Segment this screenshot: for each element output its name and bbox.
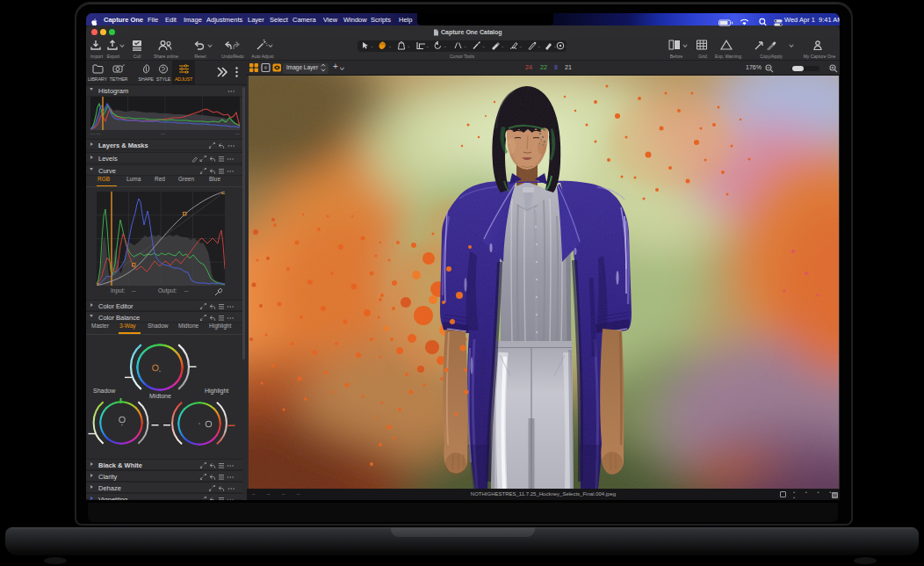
svg-text:⌄: ⌄ [426,43,430,48]
svg-text:⌄: ⌄ [388,43,392,48]
svg-text:⌄: ⌄ [371,43,374,48]
svg-text:⌄: ⌄ [482,43,486,48]
svg-text:⌄: ⌄ [538,43,541,48]
svg-text:⌄: ⌄ [565,43,567,48]
svg-text:⌄: ⌄ [501,43,504,48]
svg-text:⌄: ⌄ [444,43,447,48]
svg-text:⌄: ⌄ [519,43,523,48]
svg-text:⌄: ⌄ [553,43,557,48]
svg-text:⌄: ⌄ [464,43,467,48]
svg-text:⌄: ⌄ [407,43,410,48]
